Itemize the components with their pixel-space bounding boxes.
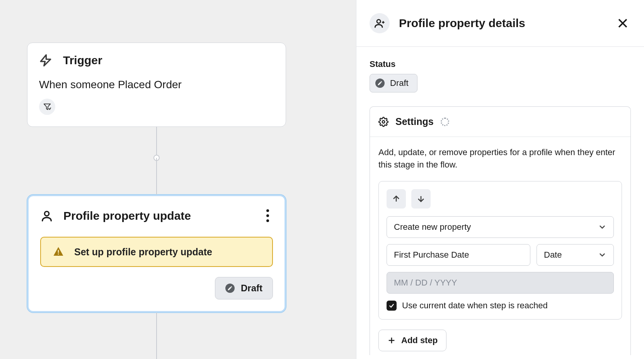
property-name-input[interactable]: First Purchase Date: [387, 244, 530, 266]
property-name-value: First Purchase Date: [394, 250, 469, 260]
setup-warning-banner[interactable]: Set up profile property update: [40, 237, 273, 267]
add-step-button[interactable]: Add step: [378, 330, 446, 351]
settings-description: Add, update, or remove properties for a …: [378, 146, 622, 171]
svg-rect-4: [58, 253, 59, 255]
gear-icon: [378, 117, 388, 127]
property-action-value: Create new property: [394, 222, 471, 232]
flow-canvas[interactable]: Trigger When someone Placed Order: [0, 0, 356, 359]
details-side-panel: Profile property details Status Draft Se…: [356, 0, 644, 359]
svg-marker-0: [41, 55, 51, 66]
step-status-chip[interactable]: Draft: [215, 277, 273, 299]
svg-point-2: [44, 211, 49, 215]
property-config-box: Create new property First Purchase Date …: [378, 181, 622, 320]
move-up-button[interactable]: [387, 189, 406, 209]
svg-point-5: [377, 20, 380, 23]
step-more-menu-button[interactable]: [262, 207, 273, 224]
property-type-select[interactable]: Date: [537, 244, 614, 266]
pencil-icon: [225, 284, 235, 293]
person-icon: [370, 13, 390, 33]
chevron-down-icon: [598, 251, 607, 259]
status-label: Status: [370, 59, 631, 69]
trigger-filter-button[interactable]: [39, 99, 55, 115]
lightning-icon: [39, 54, 52, 67]
date-placeholder: MM / DD / YYYY: [394, 278, 457, 287]
chevron-down-icon: [598, 223, 607, 231]
warning-icon: [53, 246, 64, 258]
date-input[interactable]: MM / DD / YYYY: [387, 272, 614, 294]
profile-property-step-card[interactable]: Profile property update Set up profile p…: [27, 195, 286, 313]
svg-point-6: [382, 120, 385, 123]
connector-line: [156, 127, 157, 158]
person-icon: [40, 209, 53, 222]
connector-line: [156, 158, 157, 195]
close-panel-button[interactable]: [615, 15, 631, 31]
use-current-date-label: Use current date when step is reached: [402, 301, 548, 311]
add-step-label: Add step: [401, 335, 438, 345]
warning-text: Set up profile property update: [74, 246, 212, 258]
panel-header: Profile property details: [356, 0, 644, 47]
loading-spinner-icon: [441, 118, 449, 126]
trigger-card[interactable]: Trigger When someone Placed Order: [27, 43, 286, 127]
move-down-button[interactable]: [411, 189, 431, 209]
svg-rect-3: [58, 250, 59, 253]
trigger-description: When someone Placed Order: [39, 79, 274, 91]
property-type-value: Date: [544, 250, 562, 260]
panel-title: Profile property details: [399, 17, 525, 30]
settings-section: Settings Add, update, or remove properti…: [370, 106, 631, 355]
step-status-text: Draft: [241, 283, 262, 294]
pencil-icon: [375, 79, 385, 88]
step-title: Profile property update: [63, 209, 191, 222]
connector-line: [156, 313, 157, 359]
use-current-date-checkbox[interactable]: [387, 301, 397, 311]
settings-title: Settings: [395, 116, 434, 127]
status-chip[interactable]: Draft: [370, 74, 417, 92]
status-value: Draft: [390, 78, 409, 88]
trigger-title: Trigger: [63, 54, 102, 67]
property-action-select[interactable]: Create new property: [387, 216, 614, 238]
